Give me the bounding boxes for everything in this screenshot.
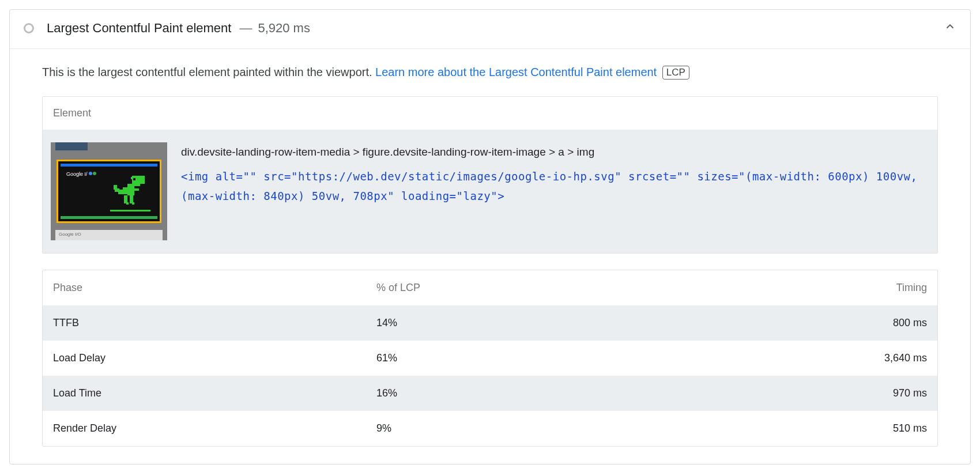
chevron-up-icon[interactable] [944,20,956,36]
table-row: TTFB 14% 800 ms [43,305,937,341]
element-html-snippet: <img alt="" src="https://web.dev/static/… [181,167,925,206]
svg-rect-1 [131,177,133,179]
lcp-element-audit: Largest Contentful Paint element — 5,920… [9,9,971,464]
lcp-badge: LCP [662,66,689,80]
description-text: This is the largest contentful element p… [42,66,375,78]
audit-header[interactable]: Largest Contentful Paint element — 5,920… [10,10,970,49]
thumb-logo: Google I/ [66,171,96,177]
audit-title: Largest Contentful Paint element [47,21,231,36]
element-section-header: Element [43,97,937,130]
col-header-timing: Timing [708,282,927,294]
audit-body: This is the largest contentful element p… [10,49,970,464]
table-row: Load Delay 61% 3,640 ms [43,341,937,376]
audit-description: This is the largest contentful element p… [42,64,938,80]
cell-time: 800 ms [708,317,927,329]
element-section: Element Google I/ [42,96,938,254]
cell-time: 970 ms [708,387,927,399]
svg-rect-12 [126,202,129,205]
cell-pct: 61% [376,352,708,364]
svg-rect-8 [114,185,117,190]
cell-pct: 14% [376,317,708,329]
audit-separator: — [239,21,252,36]
dino-icon [111,172,148,211]
table-row: Load Time 16% 970 ms [43,376,937,411]
table-row: Render Delay 9% 510 ms [43,411,937,446]
element-text-block: div.devsite-landing-row-item-media > fig… [181,142,925,240]
learn-more-link[interactable]: Learn more about the Largest Contentful … [375,66,657,78]
audit-timing-value: 5,920 ms [258,21,310,36]
cell-phase: Render Delay [53,422,376,435]
phase-table-header: Phase % of LCP Timing [43,270,937,305]
cell-time: 510 ms [708,422,927,435]
cell-pct: 9% [376,422,708,435]
element-content: Google I/ [43,130,937,253]
svg-rect-9 [134,188,139,191]
svg-rect-2 [133,178,135,180]
element-thumbnail: Google I/ [51,142,167,240]
cell-time: 3,640 ms [708,352,927,364]
cell-phase: Load Time [53,387,376,399]
element-selector: div.devsite-landing-row-item-media > fig… [181,142,925,162]
svg-rect-11 [130,195,133,203]
col-header-phase: Phase [53,282,376,294]
status-circle-icon [24,23,34,33]
svg-rect-10 [124,195,127,203]
cell-pct: 16% [376,387,708,399]
svg-rect-13 [132,202,134,205]
col-header-pct: % of LCP [376,282,708,294]
thumb-caption: Google I/O [55,230,163,240]
cell-phase: Load Delay [53,352,376,364]
phase-table: Phase % of LCP Timing TTFB 14% 800 ms Lo… [42,270,938,447]
cell-phase: TTFB [53,317,376,329]
